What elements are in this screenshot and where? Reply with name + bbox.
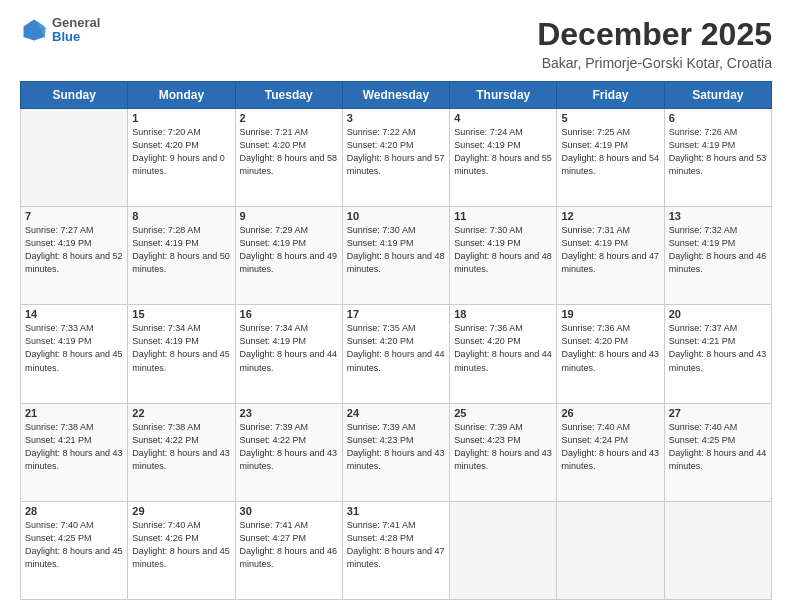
calendar-header-row: SundayMondayTuesdayWednesdayThursdayFrid… [21, 82, 772, 109]
calendar-cell: 25Sunrise: 7:39 AMSunset: 4:23 PMDayligh… [450, 403, 557, 501]
week-row-4: 21Sunrise: 7:38 AMSunset: 4:21 PMDayligh… [21, 403, 772, 501]
calendar-cell: 12Sunrise: 7:31 AMSunset: 4:19 PMDayligh… [557, 207, 664, 305]
cell-info: Sunrise: 7:36 AMSunset: 4:20 PMDaylight:… [561, 322, 659, 374]
calendar-table: SundayMondayTuesdayWednesdayThursdayFrid… [20, 81, 772, 600]
cell-info: Sunrise: 7:41 AMSunset: 4:28 PMDaylight:… [347, 519, 445, 571]
calendar-cell: 17Sunrise: 7:35 AMSunset: 4:20 PMDayligh… [342, 305, 449, 403]
day-number: 21 [25, 407, 123, 419]
day-number: 12 [561, 210, 659, 222]
calendar-cell: 9Sunrise: 7:29 AMSunset: 4:19 PMDaylight… [235, 207, 342, 305]
day-header-wednesday: Wednesday [342, 82, 449, 109]
calendar-cell: 30Sunrise: 7:41 AMSunset: 4:27 PMDayligh… [235, 501, 342, 599]
day-number: 29 [132, 505, 230, 517]
day-number: 31 [347, 505, 445, 517]
cell-info: Sunrise: 7:32 AMSunset: 4:19 PMDaylight:… [669, 224, 767, 276]
day-number: 11 [454, 210, 552, 222]
cell-info: Sunrise: 7:34 AMSunset: 4:19 PMDaylight:… [240, 322, 338, 374]
calendar-cell: 20Sunrise: 7:37 AMSunset: 4:21 PMDayligh… [664, 305, 771, 403]
cell-info: Sunrise: 7:35 AMSunset: 4:20 PMDaylight:… [347, 322, 445, 374]
page: General Blue December 2025 Bakar, Primor… [0, 0, 792, 612]
title-block: December 2025 Bakar, Primorje-Gorski Kot… [537, 16, 772, 71]
calendar-cell: 7Sunrise: 7:27 AMSunset: 4:19 PMDaylight… [21, 207, 128, 305]
week-row-3: 14Sunrise: 7:33 AMSunset: 4:19 PMDayligh… [21, 305, 772, 403]
day-number: 30 [240, 505, 338, 517]
month-title: December 2025 [537, 16, 772, 53]
day-number: 20 [669, 308, 767, 320]
day-number: 18 [454, 308, 552, 320]
cell-info: Sunrise: 7:37 AMSunset: 4:21 PMDaylight:… [669, 322, 767, 374]
calendar-cell: 29Sunrise: 7:40 AMSunset: 4:26 PMDayligh… [128, 501, 235, 599]
calendar-cell: 19Sunrise: 7:36 AMSunset: 4:20 PMDayligh… [557, 305, 664, 403]
calendar-cell: 27Sunrise: 7:40 AMSunset: 4:25 PMDayligh… [664, 403, 771, 501]
cell-info: Sunrise: 7:40 AMSunset: 4:25 PMDaylight:… [25, 519, 123, 571]
calendar-cell: 6Sunrise: 7:26 AMSunset: 4:19 PMDaylight… [664, 109, 771, 207]
cell-info: Sunrise: 7:34 AMSunset: 4:19 PMDaylight:… [132, 322, 230, 374]
cell-info: Sunrise: 7:30 AMSunset: 4:19 PMDaylight:… [454, 224, 552, 276]
day-number: 8 [132, 210, 230, 222]
calendar-cell: 22Sunrise: 7:38 AMSunset: 4:22 PMDayligh… [128, 403, 235, 501]
calendar-cell: 8Sunrise: 7:28 AMSunset: 4:19 PMDaylight… [128, 207, 235, 305]
cell-info: Sunrise: 7:29 AMSunset: 4:19 PMDaylight:… [240, 224, 338, 276]
cell-info: Sunrise: 7:28 AMSunset: 4:19 PMDaylight:… [132, 224, 230, 276]
cell-info: Sunrise: 7:40 AMSunset: 4:26 PMDaylight:… [132, 519, 230, 571]
day-header-monday: Monday [128, 82, 235, 109]
day-number: 7 [25, 210, 123, 222]
calendar-cell [664, 501, 771, 599]
calendar-cell: 1Sunrise: 7:20 AMSunset: 4:20 PMDaylight… [128, 109, 235, 207]
day-number: 3 [347, 112, 445, 124]
day-header-friday: Friday [557, 82, 664, 109]
day-number: 2 [240, 112, 338, 124]
cell-info: Sunrise: 7:30 AMSunset: 4:19 PMDaylight:… [347, 224, 445, 276]
logo-text: General Blue [52, 16, 100, 45]
day-header-sunday: Sunday [21, 82, 128, 109]
location: Bakar, Primorje-Gorski Kotar, Croatia [537, 55, 772, 71]
cell-info: Sunrise: 7:36 AMSunset: 4:20 PMDaylight:… [454, 322, 552, 374]
day-number: 10 [347, 210, 445, 222]
day-header-saturday: Saturday [664, 82, 771, 109]
calendar-cell: 3Sunrise: 7:22 AMSunset: 4:20 PMDaylight… [342, 109, 449, 207]
calendar-cell: 10Sunrise: 7:30 AMSunset: 4:19 PMDayligh… [342, 207, 449, 305]
day-number: 16 [240, 308, 338, 320]
calendar-cell: 26Sunrise: 7:40 AMSunset: 4:24 PMDayligh… [557, 403, 664, 501]
day-number: 5 [561, 112, 659, 124]
day-number: 27 [669, 407, 767, 419]
day-number: 25 [454, 407, 552, 419]
cell-info: Sunrise: 7:31 AMSunset: 4:19 PMDaylight:… [561, 224, 659, 276]
calendar-cell: 15Sunrise: 7:34 AMSunset: 4:19 PMDayligh… [128, 305, 235, 403]
calendar-cell: 11Sunrise: 7:30 AMSunset: 4:19 PMDayligh… [450, 207, 557, 305]
day-number: 14 [25, 308, 123, 320]
calendar-cell: 18Sunrise: 7:36 AMSunset: 4:20 PMDayligh… [450, 305, 557, 403]
header: General Blue December 2025 Bakar, Primor… [20, 16, 772, 71]
day-number: 17 [347, 308, 445, 320]
cell-info: Sunrise: 7:41 AMSunset: 4:27 PMDaylight:… [240, 519, 338, 571]
calendar-cell: 21Sunrise: 7:38 AMSunset: 4:21 PMDayligh… [21, 403, 128, 501]
cell-info: Sunrise: 7:39 AMSunset: 4:22 PMDaylight:… [240, 421, 338, 473]
day-number: 23 [240, 407, 338, 419]
day-header-thursday: Thursday [450, 82, 557, 109]
calendar-cell: 13Sunrise: 7:32 AMSunset: 4:19 PMDayligh… [664, 207, 771, 305]
logo: General Blue [20, 16, 100, 45]
calendar-cell: 14Sunrise: 7:33 AMSunset: 4:19 PMDayligh… [21, 305, 128, 403]
day-number: 13 [669, 210, 767, 222]
cell-info: Sunrise: 7:38 AMSunset: 4:22 PMDaylight:… [132, 421, 230, 473]
calendar-cell [557, 501, 664, 599]
week-row-5: 28Sunrise: 7:40 AMSunset: 4:25 PMDayligh… [21, 501, 772, 599]
cell-info: Sunrise: 7:40 AMSunset: 4:25 PMDaylight:… [669, 421, 767, 473]
calendar-cell: 4Sunrise: 7:24 AMSunset: 4:19 PMDaylight… [450, 109, 557, 207]
cell-info: Sunrise: 7:26 AMSunset: 4:19 PMDaylight:… [669, 126, 767, 178]
day-number: 6 [669, 112, 767, 124]
calendar-cell: 24Sunrise: 7:39 AMSunset: 4:23 PMDayligh… [342, 403, 449, 501]
day-number: 22 [132, 407, 230, 419]
cell-info: Sunrise: 7:24 AMSunset: 4:19 PMDaylight:… [454, 126, 552, 178]
calendar-cell: 31Sunrise: 7:41 AMSunset: 4:28 PMDayligh… [342, 501, 449, 599]
logo-blue-text: Blue [52, 30, 100, 44]
cell-info: Sunrise: 7:25 AMSunset: 4:19 PMDaylight:… [561, 126, 659, 178]
cell-info: Sunrise: 7:33 AMSunset: 4:19 PMDaylight:… [25, 322, 123, 374]
calendar-cell: 23Sunrise: 7:39 AMSunset: 4:22 PMDayligh… [235, 403, 342, 501]
day-number: 15 [132, 308, 230, 320]
cell-info: Sunrise: 7:21 AMSunset: 4:20 PMDaylight:… [240, 126, 338, 178]
cell-info: Sunrise: 7:20 AMSunset: 4:20 PMDaylight:… [132, 126, 230, 178]
calendar-cell: 28Sunrise: 7:40 AMSunset: 4:25 PMDayligh… [21, 501, 128, 599]
cell-info: Sunrise: 7:22 AMSunset: 4:20 PMDaylight:… [347, 126, 445, 178]
day-number: 9 [240, 210, 338, 222]
